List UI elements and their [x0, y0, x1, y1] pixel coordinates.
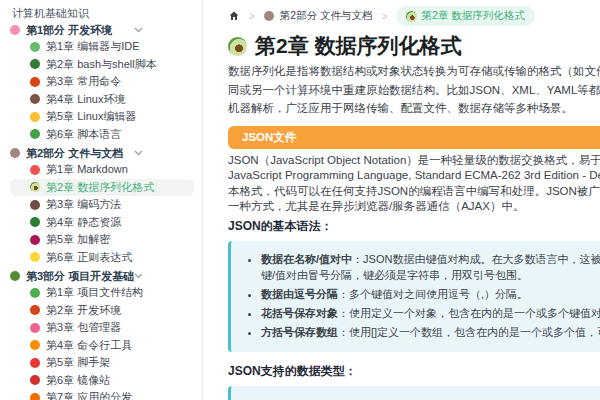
sidebar-item[interactable]: 第6章 正则表达式 — [10, 249, 194, 267]
sidebar-title: 计算机基础知识 — [12, 6, 202, 20]
breadcrumb-home[interactable] — [228, 10, 240, 22]
herb-icon — [10, 271, 20, 281]
grapes-icon — [30, 235, 40, 245]
text-line: JSON（JavaScript Object Notation）是一种轻量级的数… — [228, 153, 600, 169]
cactus-icon — [30, 42, 40, 52]
breadcrumb-current[interactable]: 第2章 数据序列化格式 — [396, 6, 534, 26]
sidebar-section-1[interactable]: 第1部分 开发环境 — [10, 22, 202, 38]
pine-tree-icon — [30, 59, 40, 69]
sidebar-item[interactable]: 第2章 数据序列化格式 — [10, 179, 194, 197]
sidebar-item[interactable]: 第5章 Linux编辑器 — [10, 108, 194, 126]
bullet-line: 数据在名称/值对中：JSON数据由键值对构成。在大多数语言中，这被理解为一个对象… — [261, 251, 600, 267]
sidebar-item-label: 第2章 开发环境 — [46, 303, 121, 318]
sidebar-item[interactable]: 第4章 静态资源 — [10, 214, 194, 232]
sidebar: 计算机基础知识 第1部分 开发环境第1章 编辑器与IDE第2章 bash与she… — [0, 0, 203, 400]
sidebar-item-label: 第7章 应用的分发 — [46, 390, 132, 400]
bullet-term: 数据在名称/值对中 — [261, 253, 352, 265]
bullet-text: ：多个键值对之间使用逗号（,）分隔。 — [338, 288, 528, 300]
sidebar-item-label: 第4章 命令行工具 — [46, 338, 132, 353]
syntax-bullet: 数据由逗号分隔：多个键值对之间使用逗号（,）分隔。 — [261, 286, 600, 302]
bullet-line: 方括号保存数组：使用[]定义一个数组，包含在内的是一个或多个值，可以是不同类型。 — [261, 324, 600, 340]
avocado-icon — [406, 11, 417, 22]
sidebar-item[interactable]: 第3章 常用命令 — [10, 73, 194, 91]
breadcrumb-separator: > — [249, 11, 255, 22]
bullet-term: 数据由逗号分隔 — [261, 288, 338, 300]
sidebar-item-label: 第3章 包管理器 — [46, 320, 121, 335]
sidebar-item-label: 第3章 编码方法 — [46, 197, 121, 212]
tomato-icon — [30, 165, 40, 175]
sidebar-item-label: 第2章 数据序列化格式 — [46, 180, 154, 195]
bullet-line: 花括号保存对象：使用定义一个对象，包含在内的是一个或多个键值对。 — [261, 305, 600, 321]
home-icon — [228, 10, 240, 22]
sidebar-item[interactable]: 第6章 脚本语言 — [10, 126, 194, 144]
chevron-down-icon — [134, 150, 143, 156]
sidebar-item-label: 第4章 Linux环境 — [46, 92, 125, 107]
sidebar-item[interactable]: 第2章 开发环境 — [10, 302, 194, 320]
avocado-icon — [30, 182, 40, 192]
types-heading: JSON支持的数据类型： — [228, 364, 600, 379]
sidebar-item[interactable]: 第1章 编辑器与IDE — [10, 38, 194, 56]
json-paragraph: JSON（JavaScript Object Notation）是一种轻量级的数… — [228, 153, 600, 215]
sidebar-item[interactable]: 第3章 编码方法 — [10, 196, 194, 214]
sidebar-section-label: 第2部分 文件与文档 — [26, 146, 123, 161]
types-callout — [228, 386, 600, 400]
sidebar-item-label: 第1章 Markdown — [46, 162, 128, 177]
sidebar-item[interactable]: 第3章 包管理器 — [10, 319, 194, 337]
text-line: JavaScript Programming Language, Standar… — [228, 168, 600, 184]
deer-icon — [10, 148, 20, 158]
sidebar-item[interactable]: 第7章 应用的分发 — [10, 389, 194, 400]
sidebar-item-label: 第3章 常用命令 — [46, 74, 121, 89]
page-title: 第2章 数据序列化格式 — [228, 34, 600, 58]
sunflower-icon — [30, 112, 40, 122]
syntax-bullet: 数据在名称/值对中：JSON数据由键值对构成。在大多数语言中，这被理解为一个对象… — [261, 251, 600, 283]
sidebar-item-label: 第5章 Linux编辑器 — [46, 109, 136, 124]
breadcrumb-separator: > — [382, 11, 388, 22]
sidebar-item-label: 第5章 加解密 — [46, 232, 110, 247]
bullet-line: 键/值对由冒号分隔，键必须是字符串，用双引号包围。 — [261, 267, 600, 283]
palm-tree-icon — [30, 129, 40, 139]
chestnut-icon — [30, 94, 40, 104]
breadcrumb-part[interactable]: 第2部分 文件与文档 — [264, 9, 373, 23]
maple-leaf-icon — [30, 77, 40, 87]
sidebar-item[interactable]: 第5章 加解密 — [10, 231, 194, 249]
text-line: 数据序列化是指将数据结构或对象状态转换为可存储或传输的格式（如文件、内存缓冲区、… — [228, 62, 600, 81]
sidebar-item[interactable]: 第4章 命令行工具 — [10, 337, 194, 355]
maple-leaf-icon — [30, 305, 40, 315]
bullet-line: 数据由逗号分隔：多个键值对之间使用逗号（,）分隔。 — [261, 286, 600, 302]
sidebar-item-label: 第1章 编辑器与IDE — [46, 39, 140, 54]
avocado-icon — [228, 37, 247, 56]
sidebar-item[interactable]: 第2章 bash与shell脚本 — [10, 56, 194, 74]
cherry-blossom-icon — [30, 323, 40, 333]
sidebar-item[interactable]: 第5章 脚手架 — [10, 354, 194, 372]
sidebar-item-label: 第6章 镜像站 — [46, 373, 110, 388]
syntax-bullet-list: 数据在名称/值对中：JSON数据由键值对构成。在大多数语言中，这被理解为一个对象… — [245, 251, 600, 340]
bullet-term: 方括号保存数组 — [261, 326, 338, 338]
sidebar-section-2[interactable]: 第2部分 文件与文档 — [10, 145, 202, 161]
bullet-text: ：使用[]定义一个数组，包含在内的是一个或多个值，可以是不同类型。 — [338, 326, 600, 338]
json-file-banner: JSON文件 — [228, 126, 600, 149]
syntax-bullet: 花括号保存对象：使用定义一个对象，包含在内的是一个或多个键值对。 — [261, 305, 600, 321]
bullet-text: ：使用定义一个对象，包含在内的是一个或多个键值对。 — [338, 307, 600, 319]
sidebar-item-label: 第4章 静态资源 — [46, 215, 121, 230]
breadcrumb-current-label: 第2章 数据序列化格式 — [421, 9, 524, 23]
text-line: 同或另一个计算环境中重建原始数据结构。比如JSON、XML、YAML等都是实现数… — [228, 81, 600, 100]
syntax-callout: 数据在名称/值对中：JSON数据由键值对构成。在大多数语言中，这被理解为一个对象… — [228, 241, 600, 352]
sidebar-item[interactable]: 第1章 Markdown — [10, 161, 194, 179]
sidebar-item[interactable]: 第1章 项目文件结构 — [10, 284, 194, 302]
intro-paragraph: 数据序列化是指将数据结构或对象状态转换为可存储或传输的格式（如文件、内存缓冲区、… — [228, 62, 600, 118]
sidebar-section-3[interactable]: 第3部分 项目开发基础 — [10, 268, 202, 284]
bullet-term: 花括号保存对象 — [261, 307, 338, 319]
page-title-text: 第2章 数据序列化格式 — [255, 34, 462, 58]
sidebar-item-label: 第1章 项目文件结构 — [46, 285, 143, 300]
syntax-bullet: 方括号保存数组：使用[]定义一个数组，包含在内的是一个或多个值，可以是不同类型。 — [261, 324, 600, 340]
sidebar-item-label: 第5章 脚手架 — [46, 355, 110, 370]
flamingo-icon — [10, 25, 20, 35]
chevron-down-icon — [134, 27, 143, 33]
deer-icon — [264, 11, 274, 21]
bullet-text: ：JSON数据由键值对构成。在大多数语言中，这被理解为一个对象、记录、结构、字典 — [352, 253, 600, 265]
chestnut-icon — [30, 200, 40, 210]
fallen-leaf-icon — [30, 393, 40, 400]
sidebar-item[interactable]: 第6章 镜像站 — [10, 372, 194, 390]
breadcrumb: > 第2部分 文件与文档 > 第2章 数据序列化格式 — [228, 8, 600, 24]
sidebar-item[interactable]: 第4章 Linux环境 — [10, 91, 194, 109]
